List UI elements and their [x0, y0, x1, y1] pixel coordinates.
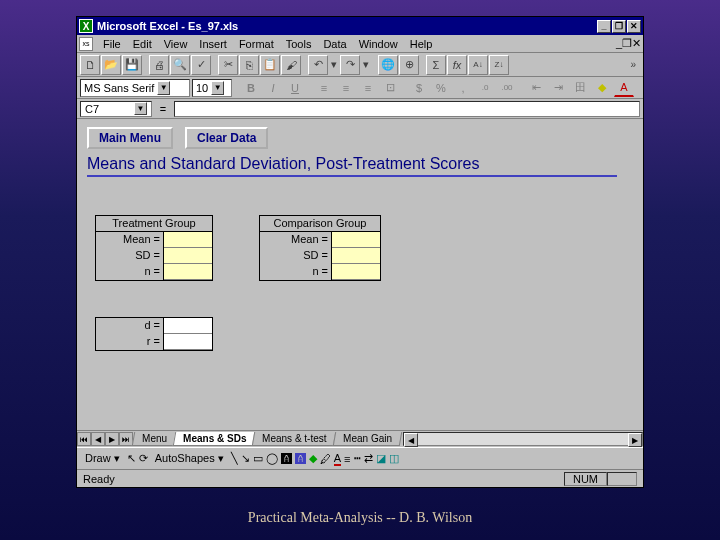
treatment-sd-input[interactable] — [164, 248, 212, 264]
tab-first-icon[interactable]: ⏮ — [77, 432, 91, 446]
preview-icon[interactable]: 🔍 — [170, 55, 190, 75]
name-box[interactable]: C7 ▼ — [80, 101, 152, 117]
tab-last-icon[interactable]: ⏭ — [119, 432, 133, 446]
bold-button[interactable]: B — [241, 79, 261, 97]
comma-icon[interactable]: , — [453, 79, 473, 97]
cut-icon[interactable]: ✂ — [218, 55, 238, 75]
menu-view[interactable]: View — [158, 36, 194, 52]
chevron-down-icon[interactable]: ▼ — [134, 102, 147, 115]
textbox-icon[interactable]: 🅰 — [281, 453, 292, 465]
font-combo[interactable]: MS Sans Serif ▼ — [80, 79, 190, 97]
arrow-style-icon[interactable]: ⇄ — [364, 452, 373, 465]
tab-means-ttest[interactable]: Means & t-test — [252, 432, 337, 446]
comparison-n-input[interactable] — [332, 264, 380, 280]
increase-indent-icon[interactable]: ⇥ — [548, 79, 568, 97]
autosum-icon[interactable]: Σ — [426, 55, 446, 75]
maximize-button[interactable]: ❐ — [612, 20, 626, 33]
fill-color-icon[interactable]: ◆ — [309, 452, 317, 465]
save-icon[interactable]: 💾 — [122, 55, 142, 75]
line-color-icon[interactable]: 🖊 — [320, 453, 331, 465]
minimize-button[interactable]: _ — [597, 20, 611, 33]
font-size-combo[interactable]: 10 ▼ — [192, 79, 232, 97]
print-icon[interactable]: 🖨 — [149, 55, 169, 75]
toolbar-overflow-icon[interactable]: » — [630, 59, 640, 70]
hyperlink-icon[interactable]: 🌐 — [378, 55, 398, 75]
align-center-icon[interactable]: ≡ — [336, 79, 356, 97]
arrow-icon[interactable]: ↘ — [241, 452, 250, 465]
scroll-right-icon[interactable]: ▶ — [628, 433, 642, 447]
redo-dropdown-icon[interactable]: ▾ — [361, 55, 371, 75]
undo-dropdown-icon[interactable]: ▾ — [329, 55, 339, 75]
chevron-down-icon[interactable]: ▼ — [157, 81, 170, 95]
redo-icon[interactable]: ↷ — [340, 55, 360, 75]
tab-prev-icon[interactable]: ◀ — [91, 432, 105, 446]
undo-icon[interactable]: ↶ — [308, 55, 328, 75]
clear-data-button[interactable]: Clear Data — [185, 127, 268, 149]
decrease-decimal-icon[interactable]: .00 — [497, 79, 517, 97]
comparison-sd-input[interactable] — [332, 248, 380, 264]
chevron-down-icon[interactable]: ▼ — [211, 81, 224, 95]
sort-asc-icon[interactable]: A↓ — [468, 55, 488, 75]
spellcheck-icon[interactable]: ✓ — [191, 55, 211, 75]
scroll-left-icon[interactable]: ◀ — [404, 433, 418, 447]
underline-button[interactable]: U — [285, 79, 305, 97]
rotate-icon[interactable]: ⟳ — [139, 452, 148, 465]
workbook-icon[interactable]: xs — [79, 37, 93, 51]
tab-next-icon[interactable]: ▶ — [105, 432, 119, 446]
main-menu-button[interactable]: Main Menu — [87, 127, 173, 149]
fx-icon[interactable]: fx — [447, 55, 467, 75]
italic-button[interactable]: I — [263, 79, 283, 97]
currency-icon[interactable]: $ — [409, 79, 429, 97]
web-icon[interactable]: ⊕ — [399, 55, 419, 75]
treatment-mean-input[interactable] — [164, 232, 212, 248]
align-right-icon[interactable]: ≡ — [358, 79, 378, 97]
treatment-n-input[interactable] — [164, 264, 212, 280]
wordart-icon[interactable]: 🅰 — [295, 453, 306, 465]
comparison-mean-input[interactable] — [332, 232, 380, 248]
oval-icon[interactable]: ◯ — [266, 452, 278, 465]
decrease-indent-icon[interactable]: ⇤ — [526, 79, 546, 97]
shadow-icon[interactable]: ◪ — [376, 452, 386, 465]
vertical-scrollbar[interactable]: ▲ ▼ — [627, 119, 643, 430]
select-icon[interactable]: ↖ — [127, 452, 136, 465]
tab-means-sds[interactable]: Means & SDs — [173, 432, 257, 446]
line-icon[interactable]: ╲ — [231, 452, 238, 465]
fill-color-icon[interactable]: ◆ — [592, 79, 612, 97]
paste-icon[interactable]: 📋 — [260, 55, 280, 75]
doc-restore-button[interactable]: ❐ — [622, 37, 632, 50]
new-icon[interactable]: 🗋 — [80, 55, 100, 75]
scroll-up-icon[interactable]: ▲ — [629, 120, 643, 134]
borders-icon[interactable]: 田 — [570, 79, 590, 97]
draw-font-color-icon[interactable]: A — [334, 452, 341, 466]
copy-icon[interactable]: ⎘ — [239, 55, 259, 75]
autoshapes-menu[interactable]: AutoShapes ▾ — [151, 450, 228, 467]
menu-format[interactable]: Format — [233, 36, 280, 52]
font-color-icon[interactable]: A — [614, 79, 634, 97]
worksheet-area[interactable]: Main Menu Clear Data Means and Standard … — [77, 119, 643, 430]
rectangle-icon[interactable]: ▭ — [253, 452, 263, 465]
draw-menu[interactable]: Draw ▾ — [81, 450, 124, 467]
formula-input[interactable] — [174, 101, 640, 117]
sort-desc-icon[interactable]: Z↓ — [489, 55, 509, 75]
merge-icon[interactable]: ⊡ — [380, 79, 400, 97]
align-left-icon[interactable]: ≡ — [314, 79, 334, 97]
menu-tools[interactable]: Tools — [280, 36, 318, 52]
format-painter-icon[interactable]: 🖌 — [281, 55, 301, 75]
increase-decimal-icon[interactable]: .0 — [475, 79, 495, 97]
close-button[interactable]: ✕ — [627, 20, 641, 33]
menu-help[interactable]: Help — [404, 36, 439, 52]
dash-style-icon[interactable]: ┅ — [354, 452, 361, 465]
horizontal-scrollbar[interactable]: ◀ ▶ — [403, 432, 643, 446]
threed-icon[interactable]: ◫ — [389, 452, 399, 465]
menu-insert[interactable]: Insert — [193, 36, 233, 52]
percent-icon[interactable]: % — [431, 79, 451, 97]
line-weight-icon[interactable]: ≡ — [344, 453, 350, 465]
tab-mean-gain[interactable]: Mean Gain — [333, 432, 402, 446]
scroll-down-icon[interactable]: ▼ — [629, 415, 643, 429]
open-icon[interactable]: 📂 — [101, 55, 121, 75]
tab-menu[interactable]: Menu — [132, 432, 177, 446]
menu-edit[interactable]: Edit — [127, 36, 158, 52]
menu-data[interactable]: Data — [317, 36, 352, 52]
menu-window[interactable]: Window — [353, 36, 404, 52]
menu-file[interactable]: File — [97, 36, 127, 52]
